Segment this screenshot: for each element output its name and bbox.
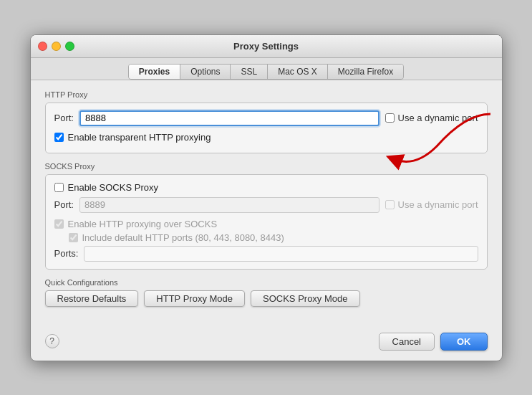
socks-dynamic-port-checkbox[interactable]: [385, 200, 395, 209]
socks-ports-row: Ports:: [54, 246, 478, 262]
socks-enable-label: Enable SOCKS Proxy: [68, 182, 158, 193]
socks-enable-row: Enable SOCKS Proxy: [54, 182, 478, 193]
socks-ports-label: Ports:: [54, 248, 79, 259]
action-buttons: Cancel OK: [379, 333, 488, 351]
socks-http-over-socks-checkbox[interactable]: [54, 219, 64, 229]
proxy-settings-window: Proxy Settings Proxies Options SSL Mac O…: [30, 34, 503, 361]
http-port-input[interactable]: [79, 110, 379, 126]
http-dynamic-port-checkbox[interactable]: [385, 113, 395, 123]
socks-port-label: Port:: [54, 199, 74, 210]
socks-dynamic-port-label: Use a dynamic port: [385, 199, 478, 210]
bottom-bar: ? Cancel OK: [31, 325, 502, 361]
socks-include-ports-label: Include default HTTP ports (80, 443, 808…: [82, 232, 284, 243]
tab-macosx[interactable]: Mac OS X: [268, 65, 328, 79]
maximize-button[interactable]: [65, 42, 74, 51]
http-port-label: Port:: [54, 113, 74, 123]
socks-enable-checkbox[interactable]: [54, 183, 64, 192]
socks-port-row: Port: Use a dynamic port: [54, 197, 478, 213]
http-proxy-section: HTTP Proxy Port: Use a dynamic port Enab…: [45, 90, 488, 153]
http-port-row: Port: Use a dynamic port: [54, 110, 478, 126]
ok-button[interactable]: OK: [440, 333, 488, 351]
help-button[interactable]: ?: [45, 334, 59, 348]
socks-http-over-socks-row: Enable HTTP proxying over SOCKS: [54, 219, 478, 229]
content-area: HTTP Proxy Port: Use a dynamic port Enab…: [31, 80, 502, 325]
tab-proxies[interactable]: Proxies: [129, 65, 180, 79]
http-proxy-label: HTTP Proxy: [45, 90, 488, 99]
http-transparent-checkbox[interactable]: [54, 133, 64, 142]
socks-http-over-socks-label: Enable HTTP proxying over SOCKS: [68, 219, 218, 229]
titlebar: Proxy Settings: [31, 35, 502, 58]
http-transparent-label: Enable transparent HTTP proxying: [68, 132, 211, 143]
socks-proxy-section: SOCKS Proxy Enable SOCKS Proxy Port: Use…: [45, 162, 488, 270]
http-dynamic-port-label: Use a dynamic port: [385, 113, 478, 123]
socks-ports-input[interactable]: [84, 246, 478, 262]
cancel-button[interactable]: Cancel: [379, 333, 435, 351]
http-transparent-row: Enable transparent HTTP proxying: [54, 132, 478, 143]
tab-ssl[interactable]: SSL: [231, 65, 268, 79]
socks-proxy-mode-button[interactable]: SOCKS Proxy Mode: [251, 290, 360, 307]
minimize-button[interactable]: [52, 42, 61, 51]
socks-proxy-box: Enable SOCKS Proxy Port: Use a dynamic p…: [45, 174, 488, 270]
socks-port-input[interactable]: [79, 197, 379, 213]
socks-include-ports-checkbox[interactable]: [69, 233, 78, 242]
window-title: Proxy Settings: [233, 41, 299, 52]
http-proxy-box: Port: Use a dynamic port Enable transpar…: [45, 103, 488, 153]
quick-config-buttons: Restore Defaults HTTP Proxy Mode SOCKS P…: [45, 290, 488, 307]
tabs-bar: Proxies Options SSL Mac OS X Mozilla Fir…: [31, 58, 502, 80]
http-proxy-mode-button[interactable]: HTTP Proxy Mode: [144, 290, 245, 307]
tab-firefox[interactable]: Mozilla Firefox: [328, 65, 403, 79]
close-button[interactable]: [38, 42, 47, 51]
traffic-lights: [38, 42, 74, 51]
tab-options[interactable]: Options: [180, 65, 231, 79]
socks-include-ports-row: Include default HTTP ports (80, 443, 808…: [69, 232, 478, 243]
quick-config-label: Quick Configurations: [45, 278, 488, 287]
restore-defaults-button[interactable]: Restore Defaults: [45, 290, 139, 307]
socks-proxy-label: SOCKS Proxy: [45, 162, 488, 171]
tab-group: Proxies Options SSL Mac OS X Mozilla Fir…: [128, 64, 404, 80]
quick-config-section: Quick Configurations Restore Defaults HT…: [45, 278, 488, 307]
